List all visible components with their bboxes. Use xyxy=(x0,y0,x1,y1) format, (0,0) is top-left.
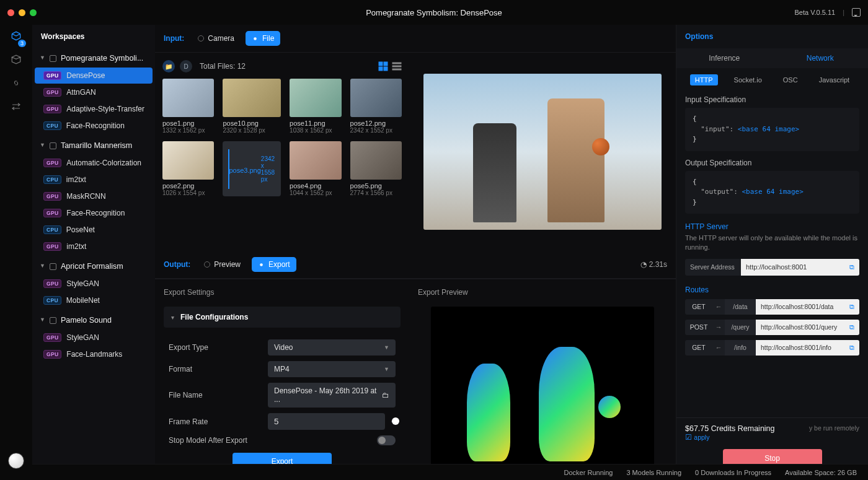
model-name: im2txt xyxy=(66,175,86,184)
feedback-icon[interactable] xyxy=(852,8,861,17)
tab-inference[interactable]: Inference xyxy=(676,48,773,68)
grid-view-button[interactable] xyxy=(378,61,388,71)
link-icon[interactable] xyxy=(10,77,22,89)
filter-button[interactable]: D xyxy=(180,60,192,72)
list-view-button[interactable] xyxy=(392,61,402,71)
model-name: MobileNet xyxy=(66,296,100,305)
model-row[interactable]: GPUAttnGAN xyxy=(35,84,153,100)
maximize-window-button[interactable] xyxy=(30,9,37,16)
format-select[interactable]: MP4▼ xyxy=(268,361,396,377)
file-thumbnail xyxy=(223,79,281,117)
file-icon xyxy=(252,35,259,42)
compute-tag: GPU xyxy=(43,209,61,217)
compute-tag: CPU xyxy=(43,296,61,305)
status-downloads: 0 Downloads In Progress xyxy=(695,469,771,476)
stop-after-toggle[interactable] xyxy=(377,435,396,445)
frame-rate-input[interactable] xyxy=(268,413,385,430)
model-row[interactable]: GPUStyleGAN xyxy=(35,329,153,346)
flow-icon[interactable] xyxy=(10,100,22,113)
output-option-export[interactable]: Export xyxy=(252,257,296,272)
file-name: pose3.png xyxy=(229,167,260,174)
chevron-down-icon: ▼ xyxy=(40,142,45,148)
file-configurations-header[interactable]: ▾ File Configurations xyxy=(164,307,401,328)
model-row[interactable]: CPUim2txt xyxy=(35,172,153,188)
file-card[interactable]: pose12.png2342 x 1552 px xyxy=(350,79,402,134)
svg-rect-3 xyxy=(379,67,383,71)
workspace-icon xyxy=(50,142,56,149)
models-icon[interactable] xyxy=(10,53,22,66)
workspace-header[interactable]: ▼Pamelo Sound xyxy=(32,312,155,329)
export-settings-title: Export Settings xyxy=(164,286,401,303)
preview-image xyxy=(423,74,662,230)
chevron-down-icon: ▼ xyxy=(384,366,389,372)
copy-icon[interactable]: ⧉ xyxy=(849,263,854,271)
route-url[interactable]: http://localhost:8001/data⧉ xyxy=(756,299,859,315)
file-card[interactable]: pose3.png2342 x 1558 px xyxy=(223,141,281,196)
workspace-header[interactable]: ▼Tamarillo Mannerism xyxy=(32,137,155,154)
file-dimensions: 1038 x 1562 px xyxy=(290,127,341,134)
model-row[interactable]: CPUFace-Recognition xyxy=(35,118,153,134)
copy-icon[interactable]: ⧉ xyxy=(849,323,854,331)
user-avatar[interactable] xyxy=(8,453,24,469)
model-row[interactable]: GPUFace-Recognition xyxy=(35,205,153,221)
file-card[interactable]: pose10.png2320 x 1528 px xyxy=(223,79,281,134)
file-name: pose5.png xyxy=(350,182,402,190)
file-name: pose1.png xyxy=(162,120,214,127)
copy-icon[interactable]: ⧉ xyxy=(849,344,854,352)
compute-tag: GPU xyxy=(43,192,61,201)
folder-icon: 🗀 xyxy=(382,391,389,399)
chevron-down-icon: ▼ xyxy=(384,344,389,351)
close-window-button[interactable] xyxy=(7,9,14,16)
model-name: Face-Recognition xyxy=(66,121,125,130)
proto-osc[interactable]: OSC xyxy=(778,74,803,85)
routes-title: Routes xyxy=(685,286,859,294)
model-row[interactable]: GPUFace-Landmarks xyxy=(35,346,153,362)
route-arrow-icon: → xyxy=(712,320,725,335)
model-row[interactable]: GPUStyleGAN xyxy=(35,276,153,292)
file-name-field[interactable]: DensePose - May 26th 2019 at ...🗀 xyxy=(268,383,396,408)
route-url[interactable]: http://localhost:8001/query⧉ xyxy=(756,320,859,335)
workspace-header[interactable]: ▼Pomegranate Symboli... xyxy=(32,50,155,67)
output-option-preview[interactable]: Preview xyxy=(198,257,247,272)
compute-tag: GPU xyxy=(43,279,61,288)
workspaces-icon[interactable]: 3 xyxy=(10,30,22,42)
svg-rect-1 xyxy=(379,62,383,66)
proto-javascript[interactable]: Javascript xyxy=(814,74,855,85)
route-row: GET←/infohttp://localhost:8001/info⧉ xyxy=(685,340,859,356)
proto-socketio[interactable]: Socket.io xyxy=(729,74,767,85)
output-spec-code: { "output": <base 64 image>} xyxy=(685,171,859,214)
model-row[interactable]: GPUMaskRCNN xyxy=(35,188,153,204)
tab-network[interactable]: Network xyxy=(773,48,869,68)
file-dimensions: 2342 x 1558 px xyxy=(261,155,275,183)
model-row[interactable]: GPUAutomatic-Colorization xyxy=(35,155,153,171)
model-row[interactable]: CPUMobileNet xyxy=(35,292,153,308)
proto-http[interactable]: HTTP xyxy=(690,74,718,85)
file-name: pose12.png xyxy=(350,120,402,127)
file-card[interactable]: pose1.png1332 x 1562 px xyxy=(162,79,214,134)
file-card[interactable]: pose11.png1038 x 1562 px xyxy=(290,79,341,134)
model-row[interactable]: GPUDensePose xyxy=(35,68,153,84)
frame-rate-slider[interactable] xyxy=(391,421,396,422)
chevron-down-icon: ▼ xyxy=(40,55,45,61)
server-address-value[interactable]: http://localhost:8001⧉ xyxy=(741,259,859,276)
workspace-header[interactable]: ▼Apricot Formalism xyxy=(32,258,155,275)
model-row[interactable]: CPUPoseNet xyxy=(35,222,153,238)
route-url[interactable]: http://localhost:8001/info⧉ xyxy=(756,340,859,356)
minimize-window-button[interactable] xyxy=(19,9,25,16)
file-card[interactable]: pose5.png2774 x 1566 px xyxy=(350,141,402,196)
open-folder-button[interactable]: 📁 xyxy=(162,60,175,72)
export-type-select[interactable]: Video▼ xyxy=(268,339,396,356)
copy-icon[interactable]: ⧉ xyxy=(849,303,854,311)
apply-link[interactable]: apply xyxy=(694,434,709,441)
file-card[interactable]: pose4.png1044 x 1562 px xyxy=(290,141,341,196)
input-option-file[interactable]: File xyxy=(246,31,280,46)
input-option-camera[interactable]: Camera xyxy=(192,31,241,46)
route-path: /query xyxy=(725,320,756,335)
nav-rail: 3 xyxy=(0,25,32,480)
model-row[interactable]: GPUAdaptive-Style-Transfer xyxy=(35,101,153,117)
model-row[interactable]: GPUim2txt xyxy=(35,238,153,255)
route-method: GET xyxy=(685,340,712,356)
model-name: PoseNet xyxy=(66,225,95,234)
file-card[interactable]: pose2.png1026 x 1554 px xyxy=(162,141,214,196)
titlebar: Pomegranate Symbolism: DensePose Beta V.… xyxy=(0,0,868,25)
